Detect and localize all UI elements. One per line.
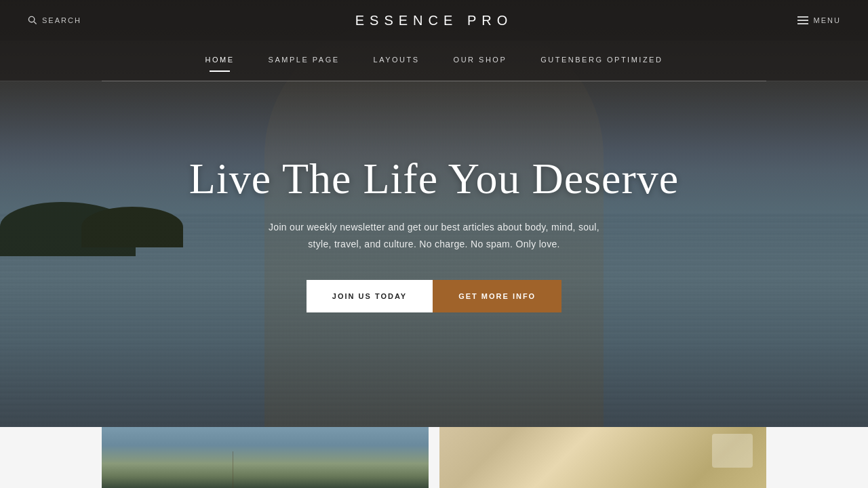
site-title: ESSENCE PRO xyxy=(355,13,513,28)
hero-buttons: JOIN US TODAY GET MORE INFO xyxy=(307,280,561,312)
search-icon xyxy=(27,15,38,26)
bottom-cards xyxy=(0,427,868,488)
hamburger-icon xyxy=(797,16,808,24)
nav-item-gutenberg[interactable]: GUTENBERG OPTIMIZED xyxy=(540,56,663,66)
hero-subtitle-line1: Join our weekly newsletter and get our b… xyxy=(269,222,599,232)
card-landscape[interactable] xyxy=(102,427,429,488)
svg-point-0 xyxy=(28,16,34,22)
nav-item-sample-page[interactable]: SAMPLE PAGE xyxy=(269,56,340,66)
search-label: SEARCH xyxy=(42,16,81,24)
hero-subtitle: Join our weekly newsletter and get our b… xyxy=(269,219,599,253)
search-area[interactable]: SEARCH xyxy=(27,15,81,26)
navigation-bar: HOME SAMPLE PAGE LAYOUTS OUR SHOP GUTENB… xyxy=(0,41,868,81)
top-bar: SEARCH ESSENCE PRO MENU xyxy=(0,0,868,41)
hero-subtitle-line2: style, travel, and culture. No charge. N… xyxy=(308,239,559,249)
nav-item-our-shop[interactable]: OUR SHOP xyxy=(454,56,507,66)
nav-item-layouts[interactable]: LAYOUTS xyxy=(374,56,420,66)
menu-label: MENU xyxy=(814,16,841,24)
join-button[interactable]: JOIN US TODAY xyxy=(307,280,433,312)
menu-area[interactable]: MENU xyxy=(797,16,841,24)
card-lifestyle[interactable] xyxy=(439,427,766,488)
nav-separator xyxy=(102,81,766,81)
get-more-info-button[interactable]: GET MORE INFO xyxy=(433,280,561,312)
svg-line-1 xyxy=(34,22,37,24)
nav-item-home[interactable]: HOME xyxy=(205,56,235,66)
hero-title: Live The Life You Deserve xyxy=(189,155,679,203)
